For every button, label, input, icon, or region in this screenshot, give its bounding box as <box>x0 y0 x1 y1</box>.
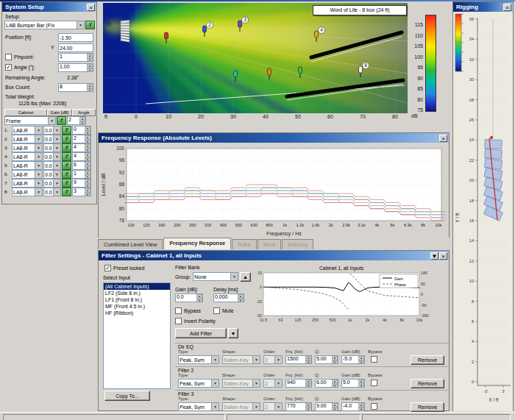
tab-back[interactable]: Back <box>258 239 282 249</box>
filter-settings-titlebar[interactable]: Filter Settings - Cabinet 1, all Inputs … <box>99 251 449 260</box>
spin-down-icon[interactable]: ▼ <box>332 407 338 411</box>
frequency-response-titlebar[interactable]: Frequency Response (Absolute Levels) × <box>99 133 449 143</box>
spinner-arrows[interactable]: ▲▼ <box>358 403 364 410</box>
filter-type-select[interactable]: Peak, Sym▼ <box>178 355 219 364</box>
cabinet-function-button[interactable]: f <box>62 170 71 179</box>
tab-balcony[interactable]: Balcony <box>282 239 313 249</box>
spinner-arrows[interactable]: ▲▼ <box>85 153 90 160</box>
spinner-arrows[interactable]: ▲▼ <box>85 144 90 152</box>
spinner-arrows[interactable]: ▲▼ <box>358 356 364 363</box>
spinner-arrows[interactable]: ▲▼ <box>85 135 90 143</box>
cabinet-gain-select[interactable]: 0.0▼ <box>43 188 61 196</box>
system-setup-titlebar[interactable]: System Setup × <box>2 2 96 12</box>
remove-filter-button[interactable]: Remove <box>411 402 444 412</box>
cabinet-angle-input[interactable]: 0▲▼ <box>72 126 91 135</box>
setup-select[interactable]: LAB Bumper Bar (Fix ▼ <box>4 21 85 29</box>
cabinet-angle-input[interactable]: 9▲▼ <box>72 179 91 188</box>
angle-checkbox[interactable]: ✓ <box>5 64 12 71</box>
spin-down-icon[interactable]: ▼ <box>305 360 311 364</box>
filter-q-input[interactable]: 9.00▲▼ <box>315 402 338 411</box>
tab-rake[interactable]: Rake <box>232 239 257 249</box>
cabinet-type-select[interactable]: LA8-R▼ <box>12 126 43 135</box>
spl-map-view[interactable]: 234820 <box>103 3 408 113</box>
rigging-diagram[interactable]: 363432302826242220181614121086420-33Y / … <box>453 12 513 411</box>
spin-down-icon[interactable]: ▼ <box>305 384 311 388</box>
cabinet-type-select[interactable]: LA8-R▼ <box>12 170 43 179</box>
filter-frequency-input[interactable]: 1500▲▼ <box>285 355 312 364</box>
setup-function-button[interactable]: f <box>85 21 95 29</box>
spinner-arrows[interactable]: ▲▼ <box>332 356 338 363</box>
spinner-arrows[interactable]: ▲▼ <box>85 188 90 196</box>
spin-down-icon[interactable]: ▼ <box>85 193 90 196</box>
cabinet-gain-select[interactable]: 0.0▼ <box>43 135 61 143</box>
cabinet-type-select[interactable]: LA8-R▼ <box>12 188 43 196</box>
spinner-arrows[interactable]: ▲▼ <box>85 127 90 134</box>
cabinet-angle-input[interactable]: 4▲▼ <box>72 143 91 152</box>
rigging-pivot-point[interactable] <box>490 136 493 139</box>
filter-type-select[interactable]: Peak, Sym▼ <box>178 379 219 388</box>
spin-down-icon[interactable]: ▼ <box>358 360 364 364</box>
array-cabinet[interactable] <box>485 140 502 149</box>
rigging-titlebar[interactable]: Rigging × <box>453 2 513 12</box>
box-count-input[interactable]: 8 ▲▼ <box>58 83 93 92</box>
filter-frequency-input[interactable]: 770▲▼ <box>285 402 312 411</box>
cabinet-function-button[interactable]: f <box>62 126 71 135</box>
angle-input[interactable]: 1.00 ▲▼ <box>58 63 93 72</box>
spin-down-icon[interactable]: ▼ <box>332 384 338 388</box>
cabinet-type-select[interactable]: LA8-R▼ <box>12 161 43 170</box>
cabinet-angle-input[interactable]: 3▲▼ <box>72 188 91 196</box>
spinner-arrows[interactable]: ▲▼ <box>305 380 311 387</box>
close-icon[interactable]: × <box>87 4 95 11</box>
position-x-input[interactable] <box>58 33 93 42</box>
close-icon[interactable]: × <box>439 135 447 142</box>
remove-filter-button[interactable]: Remove <box>411 355 444 365</box>
filter-bypass-checkbox[interactable] <box>371 380 377 386</box>
cabinet-gain-select[interactable]: 0.0▼ <box>43 152 61 161</box>
spin-down-icon[interactable]: ▼ <box>332 360 338 364</box>
cabinet-function-button[interactable]: f <box>62 179 71 188</box>
tab-combined-level-view[interactable]: Combined Level View <box>98 239 163 249</box>
cabinet-function-button[interactable]: f <box>62 161 71 170</box>
array-cabinet[interactable] <box>485 149 502 159</box>
cabinet-angle-input[interactable]: 1▲▼ <box>72 170 91 179</box>
spin-down-icon[interactable]: ▼ <box>305 407 311 411</box>
spin-down-icon[interactable]: ▼ <box>87 68 93 72</box>
cabinet-gain-select[interactable]: 0.0▼ <box>43 126 61 135</box>
spin-down-icon[interactable]: ▼ <box>358 407 364 411</box>
filter-gain-input[interactable]: -4.0▲▼ <box>341 402 365 411</box>
filter-bypass-checkbox[interactable] <box>371 356 377 363</box>
position-y-input[interactable] <box>58 43 93 52</box>
close-icon[interactable]: × <box>439 252 447 260</box>
frame-function-button[interactable]: f <box>57 116 66 125</box>
cabinet-angle-input[interactable]: 4▲▼ <box>72 152 91 161</box>
cabinet-gain-select[interactable]: 0.0▼ <box>43 143 61 152</box>
cabinet-type-select[interactable]: LA8-R▼ <box>12 179 43 188</box>
spinner-arrows[interactable]: ▲▼ <box>85 162 90 169</box>
spinner-arrows[interactable]: ▲▼ <box>85 179 90 187</box>
filter-gain-input[interactable]: -5.0▲▼ <box>341 355 365 364</box>
cabinet-gain-select[interactable]: 0.0▼ <box>43 179 61 188</box>
filter-gain-input[interactable]: 5.0▲▼ <box>341 379 365 388</box>
spin-down-icon[interactable]: ▼ <box>87 58 93 62</box>
spin-down-icon[interactable]: ▼ <box>358 384 364 388</box>
spin-down-icon[interactable]: ▼ <box>79 121 85 125</box>
tab-frequency-response[interactable]: Frequency Response <box>163 238 231 249</box>
cabinet-type-select[interactable]: LA8-R▼ <box>12 135 43 143</box>
filter-frequency-input[interactable]: 940▲▼ <box>285 379 312 388</box>
pinpoint-checkbox[interactable] <box>5 54 12 60</box>
filter-type-select[interactable]: Peak, Sym▼ <box>178 402 219 411</box>
cabinet-angle-input[interactable]: 6▲▼ <box>72 161 91 170</box>
cabinet-function-button[interactable]: f <box>62 135 71 143</box>
pinpoint-input[interactable]: 1 ▲▼ <box>58 53 93 62</box>
close-icon[interactable]: × <box>503 4 511 11</box>
spinner-arrows[interactable]: ▲▼ <box>305 356 311 363</box>
filter-q-input[interactable]: 6.00▲▼ <box>315 379 338 388</box>
spinner-arrows[interactable]: ▲▼ <box>358 380 364 387</box>
cabinet-function-button[interactable]: f <box>62 152 71 161</box>
cabinet-type-select[interactable]: LA8-R▼ <box>12 152 43 161</box>
cabinet-function-button[interactable]: f <box>62 188 71 196</box>
cabinet-gain-select[interactable]: 0.0▼ <box>43 170 61 179</box>
remove-filter-button[interactable]: Remove <box>411 379 444 388</box>
cabinet-gain-select[interactable]: 0.0▼ <box>43 161 61 170</box>
menu-arrow-icon[interactable]: ▼ <box>430 252 438 260</box>
